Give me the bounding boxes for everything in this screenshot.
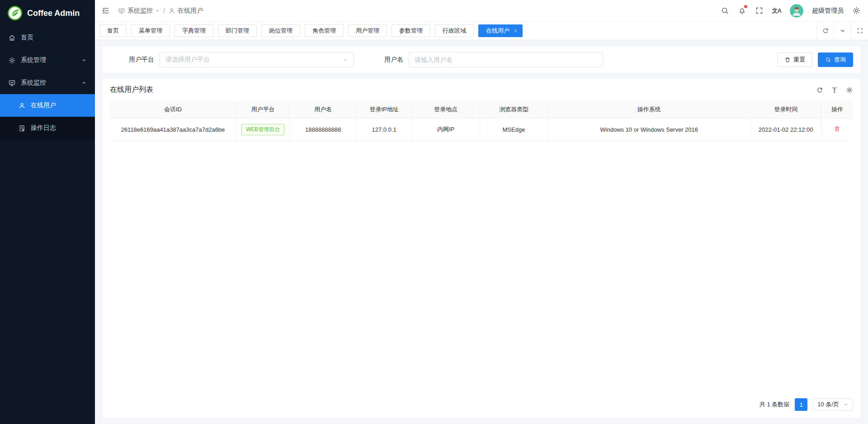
col-platform: 用户平台 bbox=[236, 101, 289, 118]
sidebar-item-online-users[interactable]: 在线用户 bbox=[0, 94, 95, 117]
breadcrumb-label: 在线用户 bbox=[178, 7, 203, 15]
sidebar-menu: 首页 系统管理 系统监控 在线用户 bbox=[0, 26, 95, 424]
tab-home[interactable]: 首页 bbox=[99, 24, 127, 37]
tab-label: 字典管理 bbox=[182, 27, 206, 35]
settings-gear-icon[interactable] bbox=[852, 6, 861, 15]
search-icon bbox=[825, 57, 831, 63]
page-size-value: 10 条/页 bbox=[817, 400, 839, 409]
table-row: 26118e6169aa41a387aa3ca7a7d2a6be WEB管理后台… bbox=[110, 118, 853, 141]
row-height-icon[interactable] bbox=[831, 86, 838, 94]
sidebar-item-system-monitor[interactable]: 系统监控 bbox=[0, 71, 95, 94]
tab-label: 行政区域 bbox=[443, 27, 466, 35]
current-user-name[interactable]: 超级管理员 bbox=[812, 7, 844, 15]
tab-user-management[interactable]: 用户管理 bbox=[348, 24, 387, 37]
app-logo[interactable]: Coffee Admin bbox=[0, 0, 95, 26]
user-icon bbox=[18, 102, 26, 110]
col-username: 用户名 bbox=[290, 101, 357, 118]
tab-dict-management[interactable]: 字典管理 bbox=[175, 24, 213, 37]
tab-label: 参数管理 bbox=[399, 27, 423, 35]
column-settings-gear-icon[interactable] bbox=[846, 86, 853, 94]
collapse-sidebar-icon[interactable] bbox=[101, 6, 110, 15]
tab-label: 部门管理 bbox=[226, 27, 249, 35]
filter-buttons: 重置 查询 bbox=[777, 52, 853, 67]
col-session-id: 会话ID bbox=[110, 101, 236, 118]
breadcrumb-item-system-monitor[interactable]: 系统监控 bbox=[118, 7, 160, 15]
tab-dept-management[interactable]: 部门管理 bbox=[218, 24, 257, 37]
refresh-icon[interactable] bbox=[816, 86, 823, 94]
refresh-page-button[interactable] bbox=[816, 22, 834, 40]
tab-label: 用户管理 bbox=[356, 27, 379, 35]
chevron-down-icon bbox=[81, 57, 87, 63]
avatar-image bbox=[790, 4, 803, 18]
cell-username: 18888888888 bbox=[290, 118, 357, 141]
sidebar-item-label: 操作日志 bbox=[31, 124, 56, 132]
refresh-icon bbox=[822, 27, 829, 34]
online-users-table: 会话ID 用户平台 用户名 登录IP地址 登录地点 浏览器类型 操作系统 登录时… bbox=[110, 101, 853, 141]
gear-icon bbox=[8, 57, 16, 64]
sidebar-item-operation-log[interactable]: 操作日志 bbox=[0, 117, 95, 139]
card-title: 在线用户列表 bbox=[110, 85, 153, 95]
sidebar: Coffee Admin 首页 系统管理 系统监控 bbox=[0, 0, 95, 424]
chevron-down-icon bbox=[342, 57, 348, 63]
main-area: 系统监控 / 在线用户 文A bbox=[95, 0, 868, 424]
log-icon bbox=[18, 124, 26, 132]
reset-button[interactable]: 重置 bbox=[777, 52, 812, 67]
cell-session-id: 26118e6169aa41a387aa3ca7a7d2a6be bbox=[110, 118, 236, 141]
col-os: 操作系统 bbox=[547, 101, 750, 118]
tab-label: 菜单管理 bbox=[139, 27, 162, 35]
tab-options-button[interactable] bbox=[834, 22, 851, 40]
cell-browser: MSEdge bbox=[480, 118, 548, 141]
tab-online-users-active[interactable]: 在线用户 bbox=[478, 24, 523, 37]
user-icon bbox=[168, 7, 175, 14]
pagination-page-1[interactable]: 1 bbox=[795, 398, 807, 411]
platform-select[interactable]: 请选择用户平台 bbox=[160, 52, 354, 67]
monitor-icon bbox=[8, 79, 16, 87]
sidebar-submenu: 在线用户 操作日志 bbox=[0, 94, 95, 139]
filter-panel: 用户平台 请选择用户平台 用户名 重置 查询 bbox=[103, 47, 860, 73]
tab-param-management[interactable]: 参数管理 bbox=[392, 24, 430, 37]
search-icon[interactable] bbox=[721, 6, 729, 15]
page-tabs: 首页 菜单管理 字典管理 部门管理 岗位管理 角色管理 用户管理 参数管理 行政… bbox=[95, 22, 816, 40]
tab-label: 角色管理 bbox=[312, 27, 336, 35]
monitor-icon bbox=[118, 7, 125, 14]
content-fullscreen-button[interactable] bbox=[851, 22, 868, 40]
translate-icon[interactable]: 文A bbox=[772, 7, 781, 15]
fullscreen-icon[interactable] bbox=[755, 6, 764, 15]
tab-label: 在线用户 bbox=[486, 27, 509, 35]
col-browser: 浏览器类型 bbox=[480, 101, 548, 118]
close-icon[interactable] bbox=[514, 29, 518, 33]
col-login-ip: 登录IP地址 bbox=[357, 101, 412, 118]
cell-login-ip: 127.0.0.1 bbox=[357, 118, 412, 141]
page-size-select[interactable]: 10 条/页 bbox=[813, 398, 853, 411]
search-button-label: 查询 bbox=[834, 56, 846, 64]
header-actions: 文A 超级管理员 bbox=[721, 4, 861, 18]
reset-button-label: 重置 bbox=[793, 56, 805, 64]
avatar[interactable] bbox=[790, 4, 803, 18]
online-users-card: 在线用户列表 会话ID 用 bbox=[103, 79, 860, 418]
leaf-logo-icon bbox=[7, 5, 23, 21]
breadcrumb-item-online-users[interactable]: 在线用户 bbox=[168, 7, 203, 15]
sidebar-item-system-management[interactable]: 系统管理 bbox=[0, 49, 95, 71]
platform-select-placeholder: 请选择用户平台 bbox=[165, 56, 342, 64]
col-actions: 操作 bbox=[821, 101, 853, 118]
sidebar-item-home[interactable]: 首页 bbox=[0, 26, 95, 49]
card-header: 在线用户列表 bbox=[110, 79, 853, 101]
col-login-time: 登录时间 bbox=[750, 101, 821, 118]
search-button[interactable]: 查询 bbox=[818, 52, 853, 67]
breadcrumb-separator: / bbox=[163, 7, 165, 14]
sidebar-item-label: 首页 bbox=[21, 33, 33, 42]
maximize-icon bbox=[856, 27, 863, 34]
tab-post-management[interactable]: 岗位管理 bbox=[261, 24, 300, 37]
username-input[interactable] bbox=[415, 56, 597, 63]
notifications-button[interactable] bbox=[738, 6, 746, 15]
table-header-row: 会话ID 用户平台 用户名 登录IP地址 登录地点 浏览器类型 操作系统 登录时… bbox=[110, 101, 853, 118]
platform-label: 用户平台 bbox=[110, 56, 160, 64]
pagination: 共 1 条数据 1 10 条/页 bbox=[110, 391, 853, 418]
chevron-up-icon bbox=[81, 80, 87, 86]
tab-role-management[interactable]: 角色管理 bbox=[305, 24, 344, 37]
tab-admin-region[interactable]: 行政区域 bbox=[435, 24, 474, 37]
delete-row-button[interactable] bbox=[834, 125, 840, 132]
sidebar-item-label: 在线用户 bbox=[31, 101, 56, 110]
chevron-down-icon bbox=[839, 27, 846, 34]
tab-menu-management[interactable]: 菜单管理 bbox=[131, 24, 170, 37]
